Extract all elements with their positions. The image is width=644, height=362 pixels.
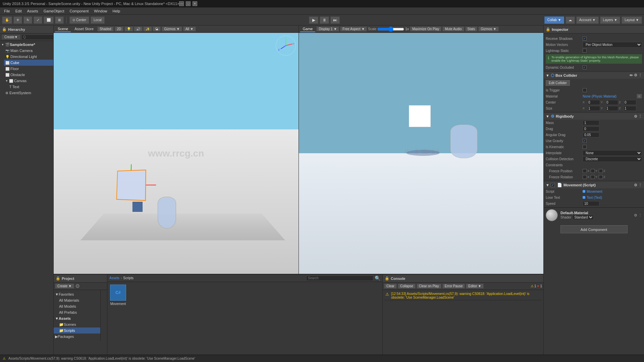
- size-x[interactable]: [587, 106, 600, 111]
- game-canvas[interactable]: 八人素材: [299, 33, 544, 274]
- local-toggle[interactable]: Local: [91, 16, 105, 24]
- minimize-button[interactable]: —: [179, 1, 184, 6]
- menu-component[interactable]: Component: [67, 8, 91, 14]
- pause-button[interactable]: ⏸: [320, 16, 329, 24]
- menu-window[interactable]: Window: [91, 8, 110, 14]
- movement-script-header[interactable]: ▼ 📄 Movement (Script) ⚙ ⋮: [544, 182, 644, 188]
- collab-button[interactable]: Collab ▼: [544, 16, 564, 24]
- transform-tool[interactable]: ⊞: [55, 16, 64, 24]
- ms-settings-icon[interactable]: ⚙: [634, 183, 637, 187]
- ms-overflow-icon[interactable]: ⋮: [638, 183, 642, 187]
- scene-item[interactable]: ▼ 🎬 SampleScene*: [0, 42, 53, 48]
- packages-folder[interactable]: ▶ Packages: [54, 334, 100, 340]
- stats-btn[interactable]: Stats: [465, 26, 478, 32]
- material-picker[interactable]: ○: [637, 94, 642, 99]
- all-models-item[interactable]: All Models: [54, 303, 100, 309]
- rb-settings-icon[interactable]: ⚙: [634, 114, 637, 119]
- all-materials-item[interactable]: All Materials: [54, 297, 100, 303]
- cube-item[interactable]: ⬜ Cube: [4, 60, 53, 66]
- mode-2d-btn[interactable]: 2D: [115, 26, 124, 32]
- dynamic-occluded-checkbox[interactable]: [583, 65, 587, 69]
- edit-collider-btn[interactable]: Edit Collider: [546, 80, 570, 86]
- breadcrumb-scripts[interactable]: Scripts: [123, 276, 133, 280]
- receive-shadows-checkbox[interactable]: [583, 37, 587, 41]
- favorites-folder[interactable]: ▼ Favorites: [54, 291, 100, 297]
- clear-btn[interactable]: Clear: [384, 284, 397, 289]
- movement-script-asset[interactable]: C# Movement: [110, 285, 126, 306]
- bc-overflow-icon[interactable]: ⋮: [638, 73, 642, 78]
- scene-sky-btn[interactable]: 🌤: [153, 26, 161, 32]
- menu-edit[interactable]: Edit: [13, 8, 24, 14]
- project-search[interactable]: [306, 276, 373, 281]
- canvas-item[interactable]: ▼ ⬜ Canvas: [4, 78, 53, 84]
- obstacle-item[interactable]: ⬜ Obstacle: [4, 72, 53, 78]
- center-z[interactable]: [624, 100, 636, 105]
- all-dropdown[interactable]: All ▼: [183, 26, 196, 32]
- freeze-rot-y-checkbox[interactable]: [591, 175, 595, 179]
- is-trigger-checkbox[interactable]: [583, 88, 587, 92]
- bc-edit-icon[interactable]: ✏: [630, 73, 633, 78]
- close-button[interactable]: ✕: [193, 1, 197, 6]
- move-tool[interactable]: ✛: [13, 16, 22, 24]
- project-create-btn[interactable]: Create ▼: [55, 284, 74, 289]
- rect-tool[interactable]: ⬜: [44, 16, 54, 24]
- rb-overflow-icon[interactable]: ⋮: [638, 114, 642, 119]
- drag-input[interactable]: [583, 126, 599, 131]
- motion-vectors-dropdown[interactable]: Per Object Motion: [583, 42, 642, 48]
- center-toggle[interactable]: ⊙ Center: [69, 16, 89, 24]
- console-log-item[interactable]: ⚠ [12:54:33] Assets/Scripts/Movement.cs(…: [384, 291, 542, 300]
- freeze-rot-x-checkbox[interactable]: [583, 175, 587, 179]
- account-dropdown[interactable]: Account ▼: [576, 16, 599, 24]
- ms-enabled-checkbox[interactable]: [551, 183, 555, 187]
- assets-folder[interactable]: ▼ Assets: [54, 315, 100, 321]
- center-y[interactable]: [605, 100, 618, 105]
- scene-audio-btn[interactable]: 🔊: [134, 26, 143, 32]
- menu-file[interactable]: File: [1, 8, 13, 14]
- material-overflow-icon[interactable]: ⋮: [638, 213, 642, 218]
- shaded-dropdown[interactable]: Shaded: [97, 26, 113, 32]
- freeze-pos-y-checkbox[interactable]: [591, 169, 595, 173]
- scene-effects-btn[interactable]: ✨: [143, 26, 152, 32]
- play-button[interactable]: ▶: [309, 16, 318, 24]
- scene-tab[interactable]: Scene: [55, 26, 71, 32]
- scene-light-btn[interactable]: 💡: [124, 26, 133, 32]
- collapse-btn[interactable]: Collapse: [398, 284, 416, 289]
- interpolate-dropdown[interactable]: None: [583, 150, 642, 156]
- titlebar-controls[interactable]: — □ ✕: [179, 1, 197, 6]
- layout-dropdown[interactable]: Layout ▼: [622, 16, 642, 24]
- bc-settings-icon[interactable]: ⚙: [634, 73, 637, 78]
- step-button[interactable]: ⏭: [330, 16, 340, 24]
- freeze-pos-x-checkbox[interactable]: [583, 169, 587, 173]
- menu-gameobject[interactable]: GameObject: [41, 8, 67, 14]
- scenes-folder[interactable]: 📁 Scenes: [54, 321, 100, 327]
- collision-dropdown[interactable]: Discrete: [583, 156, 642, 162]
- shader-dropdown[interactable]: Standard: [573, 215, 594, 220]
- aspect-dropdown[interactable]: Free Aspect ▼: [340, 26, 367, 32]
- speed-input[interactable]: [583, 201, 599, 206]
- menu-assets[interactable]: Assets: [24, 8, 41, 14]
- all-prefabs-item[interactable]: All Prefabs: [54, 309, 100, 315]
- scripts-folder[interactable]: 📁 Scripts: [54, 327, 100, 334]
- inspector-content[interactable]: Receive Shadows Motion Vectors Per Objec…: [544, 34, 644, 355]
- angular-drag-input[interactable]: [583, 132, 599, 137]
- floor-item[interactable]: ⬜ Floor: [4, 66, 53, 72]
- freeze-rot-z-checkbox[interactable]: [599, 175, 603, 179]
- lightmap-static-checkbox[interactable]: [583, 49, 587, 53]
- asset-store-tab[interactable]: Asset Store: [72, 26, 96, 32]
- eventsystem-item[interactable]: ⚙ EventSystem: [4, 90, 53, 96]
- scene-canvas[interactable]: www.rrcg.cn: [54, 33, 299, 274]
- error-pause-btn[interactable]: Error Pause: [442, 284, 465, 289]
- clear-on-play-btn[interactable]: Clear on Play: [417, 284, 441, 289]
- size-y[interactable]: [605, 106, 618, 111]
- freeze-pos-z-checkbox[interactable]: [599, 169, 603, 173]
- hierarchy-create-btn[interactable]: Create▼: [1, 34, 21, 40]
- maximize-btn[interactable]: Maximize On Play: [410, 26, 442, 32]
- is-kinematic-checkbox[interactable]: [583, 145, 587, 149]
- size-z[interactable]: [624, 106, 636, 111]
- gizmos-dropdown[interactable]: Gizmos ▼: [162, 26, 182, 32]
- game-gizmos-btn[interactable]: Gizmos ▼: [478, 26, 499, 32]
- text-item[interactable]: T Text: [8, 84, 53, 90]
- scale-tool[interactable]: ⤢: [34, 16, 42, 24]
- editor-dropdown[interactable]: Editor ▼: [466, 284, 484, 289]
- material-settings-icon[interactable]: ⚙: [634, 213, 637, 218]
